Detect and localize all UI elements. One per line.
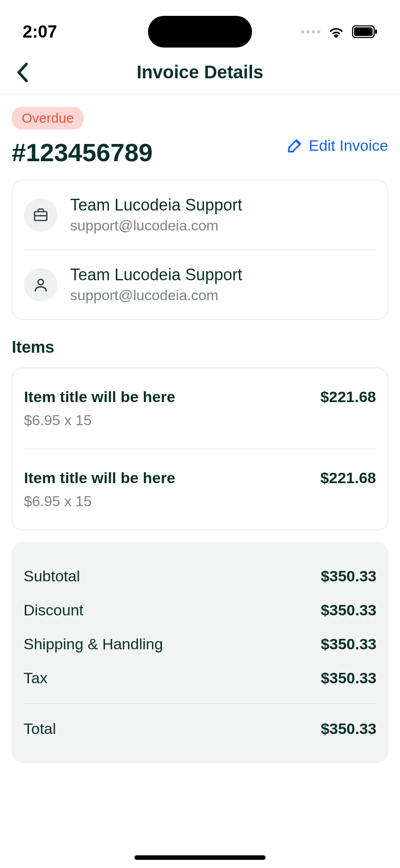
avatar — [24, 198, 57, 232]
contact-name: Team Lucodeia Support — [70, 196, 242, 215]
status-badge: Overdue — [12, 107, 84, 129]
item-title: Item title will be here — [24, 388, 175, 406]
total-row-subtotal: Subtotal $350.33 — [24, 559, 376, 593]
total-value: $350.33 — [321, 635, 376, 653]
total-value: $350.33 — [321, 567, 376, 585]
total-row-grand-total: Total $350.33 — [24, 712, 376, 746]
invoice-number: #123456789 — [12, 138, 152, 167]
contact-email: support@lucodeia.com — [70, 287, 242, 304]
contact-info: Team Lucodeia Support support@lucodeia.c… — [70, 196, 242, 234]
contact-info: Team Lucodeia Support support@lucodeia.c… — [70, 265, 242, 304]
svg-rect-1 — [354, 28, 373, 36]
contacts-card: Team Lucodeia Support support@lucodeia.c… — [12, 180, 388, 320]
contact-row[interactable]: Team Lucodeia Support support@lucodeia.c… — [24, 249, 376, 319]
total-row-shipping: Shipping & Handling $350.33 — [24, 627, 376, 661]
items-section-title: Items — [12, 338, 388, 357]
total-label: Shipping & Handling — [24, 635, 163, 653]
edit-invoice-label: Edit Invoice — [309, 137, 388, 154]
total-label: Discount — [24, 601, 83, 619]
svg-point-5 — [40, 215, 42, 216]
back-button[interactable] — [14, 62, 31, 82]
status-right — [252, 25, 377, 38]
total-value: $350.33 — [321, 669, 376, 687]
item-title: Item title will be here — [24, 469, 175, 487]
item-row[interactable]: Item title will be here $6.95 x 15 $221.… — [24, 449, 376, 530]
avatar — [24, 268, 57, 302]
totals-card: Subtotal $350.33 Discount $350.33 Shippi… — [12, 542, 388, 763]
battery-icon — [352, 25, 377, 38]
items-card: Item title will be here $6.95 x 15 $221.… — [12, 368, 388, 530]
item-price: $221.68 — [320, 388, 376, 406]
total-label: Subtotal — [24, 567, 80, 585]
item-row[interactable]: Item title will be here $6.95 x 15 $221.… — [24, 368, 376, 449]
content: Overdue #123456789 Edit Invoice Team L — [0, 95, 400, 763]
totals-divider — [24, 703, 376, 704]
item-price: $221.68 — [320, 469, 376, 487]
svg-point-6 — [38, 279, 43, 285]
total-row-tax: Tax $350.33 — [24, 661, 376, 695]
person-icon — [33, 277, 49, 293]
total-value: $350.33 — [321, 601, 376, 619]
contact-name: Team Lucodeia Support — [70, 265, 242, 284]
status-bar: 2:07 — [0, 0, 400, 50]
item-subtext: $6.95 x 15 — [24, 412, 175, 429]
item-text: Item title will be here $6.95 x 15 — [24, 388, 175, 429]
svg-rect-2 — [375, 29, 377, 34]
contact-email: support@lucodeia.com — [70, 217, 242, 234]
device-notch — [148, 16, 252, 48]
edit-invoice-button[interactable]: Edit Invoice — [287, 137, 388, 154]
status-time: 2:07 — [23, 22, 148, 42]
item-text: Item title will be here $6.95 x 15 — [24, 469, 175, 510]
total-label: Tax — [24, 669, 48, 687]
pencil-icon — [287, 138, 302, 153]
page-header: Invoice Details — [0, 50, 400, 95]
home-indicator[interactable] — [134, 855, 266, 860]
contact-row[interactable]: Team Lucodeia Support support@lucodeia.c… — [24, 180, 376, 249]
wifi-icon — [328, 25, 345, 38]
total-value: $350.33 — [321, 720, 376, 738]
page-title: Invoice Details — [137, 62, 263, 82]
invoice-header-row: #123456789 Edit Invoice — [12, 134, 388, 167]
total-label: Total — [24, 720, 56, 738]
cellular-dots-icon — [301, 30, 320, 34]
briefcase-icon — [33, 207, 49, 223]
item-subtext: $6.95 x 15 — [24, 493, 175, 510]
chevron-left-icon — [14, 62, 31, 82]
total-row-discount: Discount $350.33 — [24, 593, 376, 627]
